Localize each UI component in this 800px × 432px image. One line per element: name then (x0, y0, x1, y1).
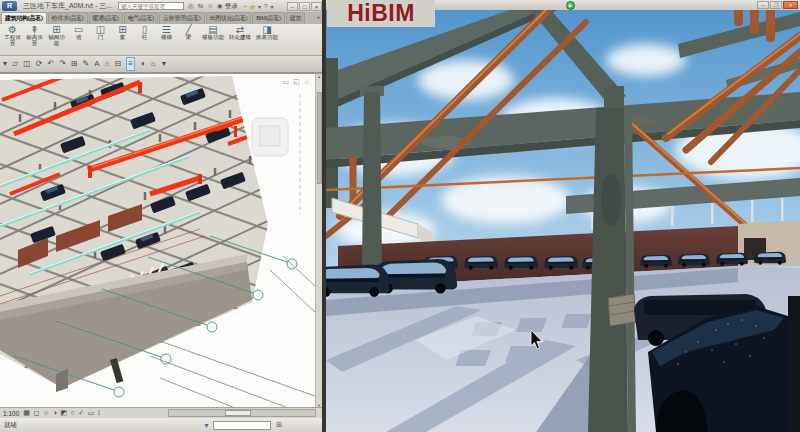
hibim-viewer-window: ▶ – ❐ × HiBIM (326, 0, 800, 432)
view-control-icons: ▦◻☼◑◩○✓▭⟟ (23, 409, 104, 417)
stair-button[interactable]: ☰ 楼梯 (156, 24, 177, 41)
selection-filter-input[interactable] (213, 421, 271, 430)
viewer-window-controls: – ❐ × (756, 1, 798, 9)
ribbon-button-label: 转化建模 (227, 35, 253, 41)
view-cube-toggle-icon[interactable]: ◱ (293, 78, 300, 86)
ribbon-button-label: 楼板功能 (200, 35, 226, 41)
ribbon-button-label: 墙 (68, 35, 89, 41)
revit-window: R 三区地下车库_A0M.rvt - 三... ◎⇆☆◉ 登录 ‒ ⇄ ▾ ? … (0, 0, 322, 432)
save-icon[interactable]: ◫ (23, 58, 31, 70)
menu-arrow-icon[interactable]: ▾ (3, 58, 7, 70)
window-controls: – □ × (286, 2, 322, 11)
horizontal-scrollbar[interactable] (168, 409, 316, 417)
constraints-icon[interactable]: ⟟ (98, 409, 101, 417)
3d-view-icon[interactable]: ⌂ (105, 58, 110, 70)
ribbon-button-row: ⚙ 工程设置 ⇞ 标高设置 ⊞ 轴网功能 ▭ (0, 24, 322, 48)
thin-lines-icon[interactable]: ≡ (126, 57, 135, 71)
sun-path-icon[interactable]: ☼ (43, 409, 49, 417)
filter-icon[interactable]: ▼ (203, 422, 210, 429)
minimize-button[interactable]: – (757, 1, 769, 9)
exchange-center-icon[interactable]: ⇆ (198, 1, 203, 11)
select-toggle-icon[interactable]: ⊞ (276, 421, 282, 429)
screen: R 三区地下车库_A0M.rvt - 三... ◎⇆☆◉ 登录 ‒ ⇄ ▾ ? … (0, 0, 800, 432)
help-dropdown-icon[interactable]: ▾ (270, 3, 273, 10)
steering-wheel-icon[interactable]: ☆ (304, 78, 310, 86)
maximize-button[interactable]: □ (299, 2, 310, 11)
visual-style-icon[interactable]: ◻ (33, 409, 39, 417)
favorites-icon[interactable]: ☆ (207, 1, 213, 11)
window-button[interactable]: ⊞ 窗 (112, 24, 133, 41)
foreground-cars (634, 294, 800, 432)
account-icon[interactable]: ◉ (217, 1, 223, 11)
ribbon-panel: ⚙ 工程设置 ⇞ 标高设置 ⊞ 轴网功能 ▭ (0, 24, 322, 56)
slab-function-button[interactable]: ▤ 楼板功能 (200, 24, 226, 41)
close-button[interactable]: × (311, 2, 322, 11)
detail-level-icon[interactable]: ▦ (23, 409, 30, 417)
search-icon[interactable]: ◎ (188, 1, 194, 11)
canvas-corner-icons: ▭◱☆ (282, 78, 310, 86)
minimize-button[interactable]: – (287, 2, 298, 11)
scrollbar-thumb[interactable] (225, 410, 251, 416)
help-search-input[interactable] (118, 2, 184, 10)
open-file-icon[interactable]: ▱ (12, 58, 18, 70)
dropdown-icon[interactable]: ▾ (258, 3, 261, 10)
ribbon-tab[interactable]: 云族管理(品茗) (159, 12, 205, 24)
ribbon-tab[interactable]: 建筑结构(品茗) (1, 12, 47, 24)
tab-overflow-button[interactable]: » (317, 14, 320, 20)
view-cube[interactable] (252, 118, 288, 156)
drawing-area[interactable]: ▭◱☆ ▲▼ (0, 73, 322, 407)
wall-button[interactable]: ▭ 墙 (68, 24, 89, 41)
ribbon-button-label: 窗 (112, 35, 133, 41)
ribbon-button-label: 柱 (134, 35, 155, 41)
temporary-hide-icon[interactable]: ✓ (78, 409, 84, 417)
cad-convert-button[interactable]: ⇄ 转化建模 (227, 24, 253, 41)
maximize-button[interactable]: ❐ (770, 1, 782, 9)
modify-icon[interactable]: ✎ (83, 58, 90, 70)
more-arrow-icon[interactable]: ▾ (162, 58, 166, 70)
reveal-hidden-icon[interactable]: ▭ (88, 409, 95, 417)
model-3d-view[interactable] (0, 74, 315, 408)
project-settings-button[interactable]: ⚙ 工程设置 (2, 24, 23, 46)
column-button[interactable]: ▯ 柱 (134, 24, 155, 41)
shading-icon[interactable]: ◑ (140, 58, 145, 70)
effect-function-button[interactable]: ◨ 效果功能 (254, 24, 280, 41)
login-button[interactable]: 登录 (225, 2, 238, 11)
level-settings-button[interactable]: ⇞ 标高设置 (24, 24, 45, 46)
ribbon-tab[interactable]: 建筑 (286, 12, 305, 24)
quick-access-toolbar: ▾▱◫⟳↶↷⊞✎A⌂⊟≡◑☼▾ (0, 56, 322, 73)
crop-region-icon[interactable]: ○ (71, 409, 75, 417)
shadows-icon[interactable]: ◑ (53, 409, 57, 417)
vertical-scrollbar[interactable]: ▲▼ (315, 74, 322, 408)
exchange-icon[interactable]: ⇄ (250, 3, 255, 10)
ribbon-button-label: 效果功能 (254, 35, 280, 41)
view-properties-icon[interactable]: ▭ (282, 78, 289, 86)
render-viewport[interactable] (326, 0, 800, 432)
section-icon[interactable]: ⊟ (114, 58, 121, 70)
ribbon-tab[interactable]: 给排水(品茗) (48, 12, 88, 24)
close-button[interactable]: × (783, 1, 798, 9)
ribbon-tab[interactable]: 出图优化(品茗) (206, 12, 252, 24)
ribbon-button-label: 轴网功能 (46, 35, 67, 46)
revit-titlebar: R 三区地下车库_A0M.rvt - 三... ◎⇆☆◉ 登录 ‒ ⇄ ▾ ? … (0, 0, 322, 12)
revit-app-menu-button[interactable]: R (2, 1, 17, 11)
view-scale-button[interactable]: 1:100 (3, 410, 19, 417)
status-text: 就绪 (4, 421, 17, 430)
ribbon-tab[interactable]: 电气(品茗) (124, 12, 158, 24)
beam-button[interactable]: ╱ 梁 (178, 24, 199, 41)
grid-function-button[interactable]: ⊞ 轴网功能 (46, 24, 67, 46)
redo-icon[interactable]: ↷ (59, 58, 66, 70)
ribbon-tab[interactable]: BIM(品茗) (252, 12, 285, 24)
help-icon[interactable]: ? (264, 3, 267, 10)
door-button[interactable]: ◫ 门 (90, 24, 111, 41)
crop-view-icon[interactable]: ◩ (60, 409, 67, 417)
ribbon-button-label: 楼梯 (156, 35, 177, 41)
status-bar: 就绪 ▼ ⊞ (0, 418, 322, 432)
sync-icon[interactable]: ⟳ (36, 58, 43, 70)
play-button[interactable]: ▶ (566, 1, 575, 10)
print-icon[interactable]: ⊞ (71, 58, 78, 70)
ribbon-tab[interactable]: 暖通(品茗) (89, 12, 123, 24)
sun-icon[interactable]: ☼ (150, 58, 157, 70)
help-cluster: ‒ ⇄ ▾ ? ▾ (244, 3, 274, 10)
text-icon[interactable]: A (94, 58, 99, 70)
undo-icon[interactable]: ↶ (47, 58, 54, 70)
